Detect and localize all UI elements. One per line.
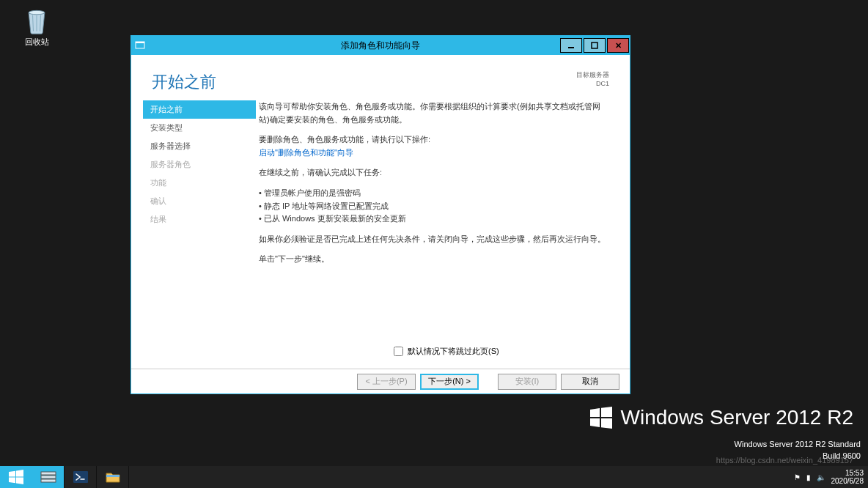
sidebar-item-installation-type[interactable]: 安装类型 — [143, 119, 256, 137]
activation-status: Windows Server 2012 R2 Standard Build 96… — [735, 439, 861, 462]
window-title: 添加角色和功能向导 — [131, 40, 630, 52]
taskbar-powershell[interactable] — [65, 466, 97, 488]
task-list: 管理员帐户使用的是强密码 静态 IP 地址等网络设置已配置完成 已从 Windo… — [259, 187, 609, 226]
minimize-button[interactable] — [560, 38, 582, 53]
skip-page-checkbox-row[interactable]: 默认情况下将跳过此页(S) — [394, 346, 499, 357]
svg-rect-6 — [41, 476, 56, 478]
tasks-label: 在继续之前，请确认完成以下任务: — [259, 166, 609, 180]
task-item: 已从 Windows 更新安装最新的安全更新 — [259, 212, 609, 226]
close-button[interactable]: ✕ — [607, 38, 629, 53]
wizard-sidebar: 开始之前 安装类型 服务器选择 服务器角色 功能 确认 结果 — [131, 96, 256, 411]
continue-text: 单击"下一步"继续。 — [259, 253, 609, 266]
target-server: 目标服务器 DC1 — [576, 71, 609, 88]
previous-button: < 上一步(P) — [357, 374, 416, 390]
sidebar-item-before-you-begin[interactable]: 开始之前 — [143, 100, 256, 119]
svg-rect-2 — [136, 42, 144, 43]
start-button[interactable] — [0, 466, 32, 488]
sidebar-item-features: 功能 — [143, 174, 256, 192]
svg-rect-5 — [41, 472, 56, 475]
system-tray[interactable]: ⚑ ▮ 🔈 15:53 2020/6/28 — [790, 466, 869, 488]
sidebar-item-results: 结果 — [143, 210, 256, 229]
recycle-bin[interactable]: 回收站 — [15, 6, 59, 48]
task-item: 管理员帐户使用的是强密码 — [259, 187, 609, 200]
maximize-button[interactable] — [584, 38, 606, 53]
taskbar-explorer[interactable] — [97, 466, 129, 488]
tray-network-icon[interactable]: ▮ — [806, 473, 811, 481]
sidebar-item-server-selection[interactable]: 服务器选择 — [143, 137, 256, 155]
tray-volume-icon[interactable]: 🔈 — [817, 473, 825, 481]
add-roles-wizard-window: 添加角色和功能向导 ✕ 开始之前 目标服务器 DC1 开始之前 安装类型 服务器… — [130, 35, 630, 394]
titlebar[interactable]: 添加角色和功能向导 ✕ — [131, 36, 630, 55]
app-icon — [131, 40, 149, 52]
next-button[interactable]: 下一步(N) > — [420, 374, 479, 390]
remove-roles-link[interactable]: 启动"删除角色和功能"向导 — [259, 148, 353, 157]
page-title: 开始之前 — [152, 71, 216, 93]
sidebar-item-server-roles: 服务器角色 — [143, 155, 256, 174]
recycle-bin-label: 回收站 — [15, 37, 59, 48]
task-item: 静态 IP 地址等网络设置已配置完成 — [259, 200, 609, 213]
cancel-button[interactable]: 取消 — [561, 374, 619, 390]
skip-page-checkbox[interactable] — [394, 347, 403, 356]
taskbar-clock[interactable]: 15:53 2020/6/28 — [831, 469, 864, 485]
sidebar-item-confirmation: 确认 — [143, 192, 256, 210]
recycle-bin-icon — [23, 6, 51, 35]
tray-flag-icon[interactable]: ⚑ — [794, 473, 801, 481]
taskbar-server-manager[interactable] — [32, 466, 65, 488]
intro-text: 该向导可帮助你安装角色、角色服务或功能。你需要根据组织的计算要求(例如共享文档或… — [259, 100, 609, 126]
svg-rect-7 — [41, 479, 56, 482]
svg-rect-9 — [106, 475, 119, 477]
wizard-footer: < 上一步(P) 下一步(N) > 安装(I) 取消 — [131, 369, 630, 393]
svg-point-0 — [29, 10, 45, 14]
svg-rect-4 — [592, 42, 597, 48]
wizard-content: 该向导可帮助你安装角色、角色服务或功能。你需要根据组织的计算要求(例如共享文档或… — [256, 96, 630, 411]
install-button: 安装(I) — [498, 374, 556, 390]
taskbar[interactable]: ⚑ ▮ 🔈 15:53 2020/6/28 — [0, 466, 868, 488]
svg-rect-3 — [568, 47, 574, 48]
verify-text: 如果你必须验证是否已完成上述任何先决条件，请关闭向导，完成这些步骤，然后再次运行… — [259, 233, 609, 246]
